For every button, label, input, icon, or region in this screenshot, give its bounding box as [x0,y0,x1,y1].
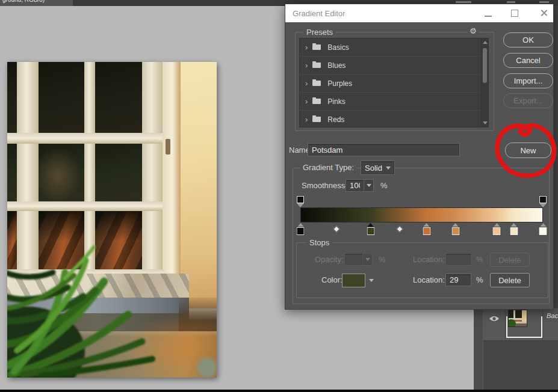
gradient-type-value: Solid [365,164,382,173]
stops-group-label: Stops [306,238,332,247]
maximize-icon[interactable] [511,10,518,17]
layers-column-divider [542,309,543,340]
color-location-label: Location: [413,275,445,284]
dialog-title: Gradient Editor [293,9,345,18]
opacity-stop[interactable] [297,196,304,207]
preset-folder-label: Pinks [327,97,345,106]
photo-window-pane [39,62,84,133]
stop-swatch [493,227,501,235]
preset-folder-purples[interactable]: › Purples [300,75,488,93]
color-stop[interactable] [451,223,459,235]
layer-name[interactable]: Back [547,312,558,319]
chevron-down-icon [365,258,370,261]
name-input[interactable] [308,143,460,156]
color-stop[interactable] [367,223,374,235]
layer-thumbnail[interactable] [509,310,527,326]
stop-arrow-icon [510,223,518,227]
photo-window-pane [7,62,17,133]
presets-list: › Basics › Blues › Purples › Pinks › Red… [299,38,489,127]
preset-folder-blues[interactable]: › Blues [300,57,488,75]
layers-panel-row[interactable]: Back [483,308,558,341]
panel-tab-fragment [456,1,471,3]
scrollbar-thumb[interactable] [483,48,487,83]
opacity-location-unit: % [476,255,483,264]
stop-swatch [423,227,430,235]
new-button[interactable]: New [505,142,551,158]
photo-door-edge [163,62,181,298]
stop-arrow-icon [297,223,304,227]
color-stop[interactable] [539,223,547,235]
chevron-down-icon[interactable] [369,279,374,282]
stop-arrow-icon [539,223,547,227]
opacity-location-label: Location: [413,255,445,264]
photo-window-pane [95,144,142,201]
gradient-type-select[interactable]: Solid [361,161,395,175]
midpoint-diamond[interactable] [397,225,403,232]
import-button[interactable]: Import... [503,73,553,88]
chevron-right-icon[interactable]: › [305,43,308,52]
preset-folder-reds[interactable]: › Reds [300,111,488,127]
chevron-right-icon[interactable]: › [305,115,308,124]
opacity-stops-row [300,195,543,207]
scroll-down-icon[interactable] [483,121,488,124]
photo-plant [7,200,157,378]
color-label: Color: [321,275,343,284]
minimize-icon[interactable] [485,16,492,17]
color-stop[interactable] [510,223,518,235]
stops-group [296,242,548,298]
delete-color-button[interactable]: Delete [490,273,530,287]
document-tab[interactable]: ground, RGB/8) [0,0,73,6]
stop-swatch [539,196,547,203]
color-stops-row [300,222,543,238]
presets-group-label: Presets [303,28,336,37]
stop-swatch [367,227,374,235]
export-button: Export... [503,93,553,108]
panel-tab-fragment [539,1,549,3]
folder-icon [312,44,321,50]
gear-icon[interactable]: ⚙̇ [468,26,479,35]
gradient-type-label: Gradient Type: [300,163,356,172]
preset-folder-basics[interactable]: › Basics [300,38,488,57]
scroll-up-icon[interactable] [483,41,488,44]
layers-column-divider [505,309,506,340]
chevron-down-icon [367,184,371,187]
opacity-stop[interactable] [539,196,547,207]
smoothness-label: Smoothness: [302,181,347,190]
folder-icon [312,117,321,122]
presets-scrollbar[interactable] [481,38,488,127]
color-location-input[interactable] [445,274,471,286]
stop-color-swatch[interactable] [342,274,365,287]
preset-folder-label: Basics [327,43,349,52]
color-stop[interactable] [423,223,430,235]
stop-arrow-icon [452,223,459,227]
stop-arrow-icon [297,203,304,207]
opacity-dropdown-button [363,253,373,266]
chevron-right-icon[interactable]: › [305,97,308,106]
dialog-title-bar[interactable]: Gradient Editor [285,4,553,22]
color-stop[interactable] [493,223,501,235]
layer-visibility-toggle[interactable] [489,314,502,323]
preset-folder-pinks[interactable]: › Pinks [300,93,488,111]
window-bottom-edge [0,390,558,392]
stop-swatch [297,196,304,203]
stop-arrow-icon [493,223,500,227]
photo-canvas[interactable] [7,62,217,378]
chevron-right-icon[interactable]: › [305,79,308,88]
smoothness-input[interactable] [346,179,364,192]
smoothness-dropdown-button[interactable] [364,179,374,192]
smoothness-unit: % [380,181,388,190]
midpoint-diamond[interactable] [333,225,340,232]
folder-icon [312,63,321,68]
color-stop[interactable] [297,223,305,235]
ok-button[interactable]: OK [503,32,553,47]
chevron-right-icon[interactable]: › [305,61,308,70]
gradient-editor-dialog: Gradient Editor Presets ⚙̇ › Basics › Bl… [285,4,554,310]
photo-pot [197,358,217,378]
folder-icon [312,99,321,104]
close-icon[interactable] [540,9,548,17]
eye-icon [489,315,500,322]
chevron-down-icon [386,167,391,170]
gradient-bar[interactable] [300,207,543,222]
photo-window-pane [7,144,17,201]
cancel-button[interactable]: Cancel [503,53,553,68]
